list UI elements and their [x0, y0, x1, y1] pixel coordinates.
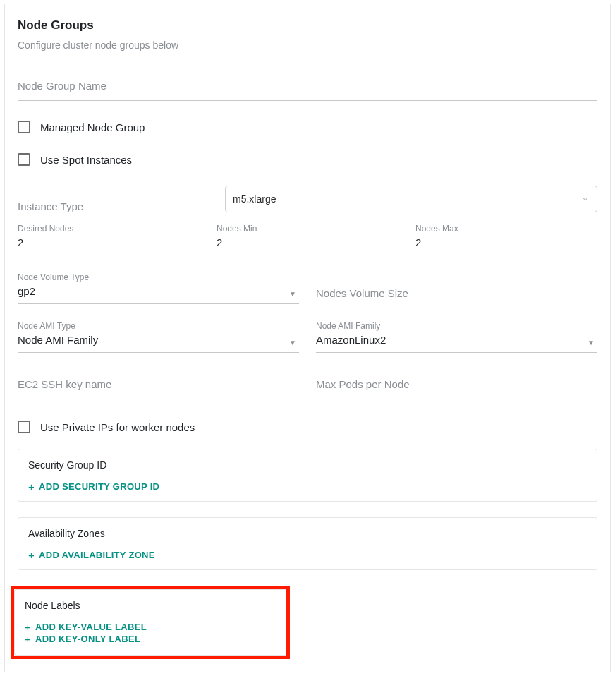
node-ami-type-value: Node AMI Family: [18, 334, 299, 349]
add-key-only-label-text: ADD KEY-ONLY LABEL: [35, 634, 140, 644]
instance-type-label: Instance Type: [18, 200, 208, 212]
caret-down-icon: ▼: [289, 290, 296, 298]
use-spot-instances-label: Use Spot Instances: [40, 154, 132, 166]
security-group-title: Security Group ID: [28, 459, 587, 471]
use-spot-instances-checkbox[interactable]: [18, 153, 30, 166]
node-ami-family-label: Node AMI Family: [316, 321, 597, 331]
add-key-only-label-button[interactable]: + ADD KEY-ONLY LABEL: [25, 633, 140, 645]
ssh-pods-row: EC2 SSH key name Max Pods per Node: [18, 378, 597, 399]
use-private-ips-label: Use Private IPs for worker nodes: [40, 421, 195, 433]
chevron-down-icon: [573, 186, 597, 212]
node-ami-family-field[interactable]: Node AMI Family AmazonLinux2 ▼: [316, 321, 597, 353]
node-group-name-placeholder: Node Group Name: [18, 80, 597, 96]
desired-nodes-label: Desired Nodes: [18, 224, 200, 234]
ec2-ssh-key-placeholder: EC2 SSH key name: [18, 378, 299, 394]
security-group-card: Security Group ID + ADD SECURITY GROUP I…: [18, 449, 597, 502]
nodes-max-field[interactable]: Nodes Max 2: [415, 224, 597, 255]
node-group-name-field[interactable]: Node Group Name: [18, 80, 597, 101]
instance-type-row: Instance Type m5.xlarge: [18, 186, 597, 212]
node-volume-type-value: gp2: [18, 285, 299, 301]
nodes-max-value: 2: [415, 236, 597, 252]
managed-node-group-label: Managed Node Group: [40, 121, 145, 133]
instance-type-select[interactable]: m5.xlarge: [225, 186, 597, 212]
node-ami-type-field[interactable]: Node AMI Type Node AMI Family ▼: [18, 321, 299, 353]
node-volume-type-label: Node Volume Type: [18, 272, 299, 282]
plus-icon: +: [28, 549, 35, 561]
managed-node-group-row[interactable]: Managed Node Group: [18, 121, 597, 133]
use-private-ips-checkbox[interactable]: [18, 421, 30, 433]
panel-header: Node Groups Configure cluster node group…: [5, 4, 610, 64]
add-key-value-label-text: ADD KEY-VALUE LABEL: [35, 622, 147, 632]
nodes-min-value: 2: [217, 236, 398, 252]
use-spot-instances-row[interactable]: Use Spot Instances: [18, 153, 597, 166]
node-labels-card: Node Labels + ADD KEY-VALUE LABEL + ADD …: [14, 589, 286, 656]
volume-row: Node Volume Type gp2 ▼ Nodes Volume Size: [18, 272, 597, 308]
node-ami-type-label: Node AMI Type: [18, 321, 299, 331]
node-groups-panel: Node Groups Configure cluster node group…: [4, 4, 611, 672]
desired-nodes-value: 2: [18, 236, 200, 252]
availability-zones-title: Availability Zones: [28, 528, 587, 539]
ec2-ssh-key-field[interactable]: EC2 SSH key name: [18, 378, 299, 399]
caret-down-icon: ▼: [587, 339, 595, 346]
add-availability-zone-label: ADD AVAILABILITY ZONE: [39, 550, 155, 560]
panel-body: Node Group Name Managed Node Group Use S…: [5, 64, 610, 672]
node-volume-type-field[interactable]: Node Volume Type gp2 ▼: [18, 272, 299, 304]
panel-title: Node Groups: [18, 18, 597, 32]
add-availability-zone-button[interactable]: + ADD AVAILABILITY ZONE: [28, 549, 155, 561]
nodes-volume-size-placeholder: Nodes Volume Size: [316, 287, 597, 303]
node-labels-title: Node Labels: [25, 600, 276, 611]
instance-type-value: m5.xlarge: [226, 186, 573, 212]
add-security-group-button[interactable]: + ADD SECURITY GROUP ID: [28, 481, 159, 493]
plus-icon: +: [25, 621, 31, 633]
node-ami-family-value: AmazonLinux2: [316, 334, 597, 349]
managed-node-group-checkbox[interactable]: [18, 121, 30, 133]
nodes-count-row: Desired Nodes 2 Nodes Min 2 Nodes Max 2: [18, 224, 597, 260]
caret-down-icon: ▼: [289, 339, 296, 346]
use-private-ips-row[interactable]: Use Private IPs for worker nodes: [18, 421, 597, 433]
node-labels-highlight: Node Labels + ADD KEY-VALUE LABEL + ADD …: [11, 586, 290, 659]
ami-row: Node AMI Type Node AMI Family ▼ Node AMI…: [18, 321, 597, 357]
nodes-max-label: Nodes Max: [415, 224, 597, 234]
nodes-min-field[interactable]: Nodes Min 2: [217, 224, 398, 255]
panel-subtitle: Configure cluster node groups below: [18, 40, 597, 51]
max-pods-placeholder: Max Pods per Node: [316, 378, 597, 394]
max-pods-field[interactable]: Max Pods per Node: [316, 378, 597, 399]
add-key-value-label-button[interactable]: + ADD KEY-VALUE LABEL: [25, 621, 147, 633]
add-security-group-label: ADD SECURITY GROUP ID: [39, 481, 159, 492]
plus-icon: +: [28, 481, 35, 493]
nodes-min-label: Nodes Min: [217, 224, 398, 234]
desired-nodes-field[interactable]: Desired Nodes 2: [18, 224, 200, 255]
plus-icon: +: [25, 633, 31, 645]
nodes-volume-size-field[interactable]: Nodes Volume Size: [316, 287, 597, 308]
availability-zones-card: Availability Zones + ADD AVAILABILITY ZO…: [18, 517, 597, 570]
